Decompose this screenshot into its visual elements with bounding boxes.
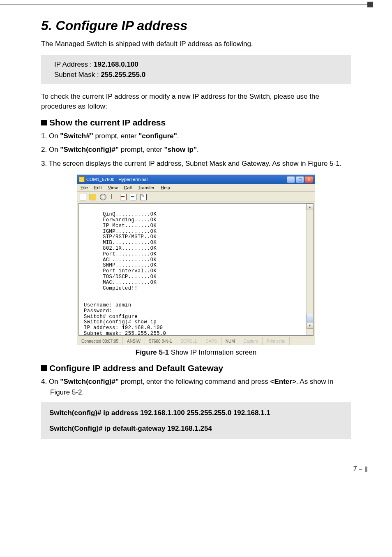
ip-value: 192.168.0.100	[94, 60, 138, 68]
step1-b2: "configure"	[138, 132, 177, 140]
status-printecho: Print echo	[263, 337, 290, 345]
step2-mid: prompt, enter	[119, 146, 164, 153]
step-2: On "Switch(config)#" prompt, enter "show…	[41, 144, 351, 155]
minimize-button[interactable]: –	[287, 176, 295, 183]
page-number-value: 7	[353, 465, 357, 472]
command-box: Switch(config)# ip address 192.168.1.100…	[41, 402, 351, 439]
step-3: The screen displays the current IP addre…	[41, 158, 351, 169]
app-icon	[79, 176, 85, 182]
toolbar-connect-icon[interactable]	[99, 193, 106, 200]
step4-b2: <Enter>	[270, 378, 296, 385]
figure-caption-rest: Show IP Information screen	[169, 348, 256, 356]
status-bar: Connected 00:07:05 ANSIW 57600 8-N-1 SCR…	[77, 337, 315, 345]
maximize-button[interactable]: ▢	[296, 176, 304, 183]
scroll-thumb[interactable]	[307, 314, 313, 322]
scroll-down-icon[interactable]: ▼	[307, 322, 313, 329]
subnet-value: 255.255.255.0	[101, 71, 145, 79]
step1-mid: prompt, enter	[93, 132, 139, 140]
step-1: On "Switch#" prompt, enter "configure".	[41, 131, 351, 142]
menu-bar: File Edit View Call Transfer Help	[77, 184, 315, 192]
page-content: 5. Configure IP address The Managed Swit…	[0, 18, 392, 439]
page-number-end	[365, 466, 367, 472]
step2-pre: On	[49, 146, 60, 153]
step4-b1: "Switch(config)#"	[60, 378, 119, 385]
intro-text: The Managed Switch is shipped with defau…	[41, 39, 351, 49]
menu-call[interactable]: Call	[122, 185, 134, 190]
terminal-wrap: QinQ...........OK Forwarding.....OK IP M…	[77, 202, 315, 337]
subhead1-text: Show the current IP address	[49, 118, 166, 127]
subheading-configure-ip: Configure IP address and Default Gateway	[41, 363, 351, 373]
steps-list-2: On "Switch(config)#" prompt, enter the f…	[41, 376, 351, 397]
subheading-show-ip: Show the current IP address	[41, 118, 351, 128]
command-line-2: Switch(Config)# ip default-gateway 192.1…	[49, 423, 343, 434]
step2-b1: "Switch(config)#"	[60, 146, 119, 153]
figure-5-1: COM1_57600 - HyperTerminal – ▢ ✕ File Ed…	[77, 174, 315, 345]
subnet-label: Subnet Mask :	[54, 71, 101, 79]
steps-list-1: On "Switch#" prompt, enter "configure". …	[41, 131, 351, 169]
status-capture: Capture	[239, 337, 263, 345]
step2-end: .	[197, 146, 199, 153]
terminal-pane[interactable]: QinQ...........OK Forwarding.....OK IP M…	[78, 203, 314, 336]
page-number-line	[359, 469, 362, 470]
menu-edit[interactable]: Edit	[92, 185, 104, 190]
toolbar-receive-icon[interactable]	[129, 193, 136, 200]
step2-b2: "show ip"	[164, 146, 197, 153]
status-encoding: ANSIW	[123, 337, 145, 345]
bullet-square-icon	[41, 365, 47, 371]
close-button[interactable]: ✕	[305, 176, 313, 183]
check-ip-text: To check the current IP address or modif…	[41, 92, 351, 112]
section-title: 5. Configure IP address	[41, 18, 351, 33]
step4-mid: prompt, enter the following command and …	[119, 378, 270, 385]
scroll-up-icon[interactable]: ▲	[307, 204, 313, 210]
status-num: NUM	[221, 337, 240, 345]
subhead2-text: Configure IP address and Default Gateway	[49, 363, 223, 373]
step4-pre: On	[49, 378, 60, 385]
step1-end: .	[177, 132, 179, 140]
toolbar	[77, 192, 315, 202]
toolbar-new-icon[interactable]	[79, 193, 86, 200]
command-line-1: Switch(config)# ip address 192.168.1.100…	[49, 407, 343, 418]
terminal-scrollbar[interactable]: ▲ ▼	[306, 204, 313, 335]
page-number: 7	[0, 449, 392, 473]
page-top-decor	[0, 0, 392, 10]
figure-caption: Figure 5-1 Show IP Information screen	[41, 348, 351, 357]
menu-file[interactable]: File	[78, 185, 90, 190]
ip-label: IP Address :	[54, 60, 94, 68]
toolbar-open-icon[interactable]	[89, 193, 96, 200]
hyperterminal-window: COM1_57600 - HyperTerminal – ▢ ✕ File Ed…	[77, 174, 315, 345]
status-caps: CAPS	[201, 337, 221, 345]
bullet-square-icon	[41, 120, 47, 125]
menu-transfer[interactable]: Transfer	[136, 185, 157, 190]
step1-b1: "Switch#"	[60, 132, 93, 140]
step-4: On "Switch(config)#" prompt, enter the f…	[41, 376, 351, 397]
default-ip-box: IP Address : 192.168.0.100 Subnet Mask :…	[41, 55, 351, 84]
decor-square	[367, 2, 373, 7]
status-scroll: SCROLL	[176, 337, 201, 345]
terminal-output: QinQ...........OK Forwarding.....OK IP M…	[79, 204, 313, 336]
window-title: COM1_57600 - HyperTerminal	[86, 177, 286, 182]
status-connected: Connected 00:07:05	[77, 337, 123, 345]
decor-line	[0, 4, 370, 5]
figure-caption-bold: Figure 5-1	[136, 348, 169, 356]
window-titlebar[interactable]: COM1_57600 - HyperTerminal – ▢ ✕	[77, 175, 315, 184]
menu-help[interactable]: Help	[158, 185, 173, 190]
toolbar-disconnect-icon[interactable]	[109, 193, 116, 200]
menu-view[interactable]: View	[106, 185, 120, 190]
status-baud: 57600 8-N-1	[145, 337, 177, 345]
step1-pre: On	[49, 132, 60, 140]
toolbar-properties-icon[interactable]	[139, 193, 147, 200]
toolbar-send-icon[interactable]	[119, 193, 127, 200]
